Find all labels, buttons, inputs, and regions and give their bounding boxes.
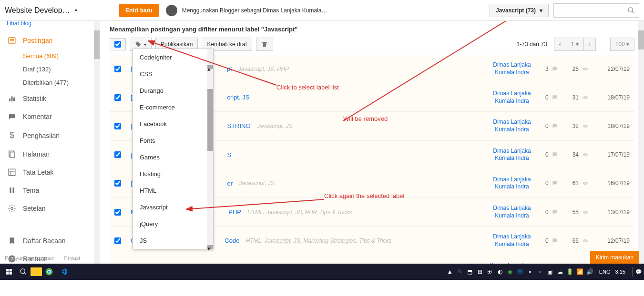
svg-rect-36 <box>6 269 9 271</box>
label-filter-dropdown[interactable]: Javascript (73) ▾ <box>490 4 549 17</box>
post-author[interactable]: Dimas LanjakaKumala Indra <box>486 90 538 105</box>
tray-icon[interactable]: ▲ <box>446 267 454 276</box>
sidebar-item-theme[interactable]: Tema <box>0 181 100 199</box>
post-checkbox[interactable] <box>114 123 121 129</box>
sidebar-item-posts[interactable]: Postingan <box>0 31 100 49</box>
pager-prev[interactable]: ‹ <box>554 38 566 51</box>
sidebar-item-pages[interactable]: Halaman <box>0 145 100 163</box>
label-dropdown-item[interactable]: Games <box>133 149 213 166</box>
pager-page[interactable]: 1 ▾ <box>566 38 584 51</box>
terms-link[interactable]: Persyaratan Layanan <box>5 255 55 261</box>
post-author[interactable]: Dimas LanjakaKumala Indra <box>482 262 535 264</box>
notifications-icon[interactable]: 💬 <box>635 269 642 275</box>
label-dropdown-item[interactable]: JS <box>133 232 213 249</box>
privacy-link[interactable]: Privasi <box>64 255 80 261</box>
label-dropdown-item[interactable]: Fonts <box>133 132 213 149</box>
post-views: 34 <box>572 151 589 158</box>
sidebar-scrollbar[interactable] <box>94 21 100 264</box>
sidebar-sub-all[interactable]: Semua (609) <box>0 49 100 63</box>
pager-perpage[interactable]: 100 ▾ <box>610 38 634 51</box>
label-dropdown-item[interactable]: Facebook <box>133 116 213 132</box>
post-author[interactable]: Dimas LanjakaKumala Indra <box>486 148 538 162</box>
sidebar-item-stats[interactable]: Statistik <box>0 89 100 108</box>
language-indicator[interactable]: ENG <box>599 269 611 275</box>
bluetooth-icon[interactable]: ⌖ <box>536 267 544 276</box>
comment-icon <box>552 66 558 72</box>
explorer-icon[interactable] <box>31 267 42 276</box>
post-author[interactable]: Dimas LanjakaKumala Indra <box>486 118 538 133</box>
tray-icon[interactable]: ◐ <box>496 267 504 276</box>
gear-icon <box>7 204 17 213</box>
vscode-icon[interactable] <box>56 265 71 279</box>
tray-icon[interactable]: ◉ <box>506 267 514 276</box>
post-row[interactable]: Cheed or not [JS] Javascript, JS, Tips &… <box>110 255 634 264</box>
post-author[interactable]: Dimas LanjakaKumala Indra <box>486 205 538 219</box>
svg-rect-39 <box>10 272 12 275</box>
post-views: 61 <box>572 180 589 187</box>
sidebar-item-settings[interactable]: Setelan <box>0 199 100 217</box>
post-checkbox[interactable] <box>114 209 121 216</box>
sidebar-sub-draft[interactable]: Draf (132) <box>0 63 100 76</box>
sidebar-sub-published[interactable]: Diterbitkan (477) <box>0 76 100 89</box>
system-tray[interactable]: ▲ ✎ ⬒ ⊞ ⛨ ◐ ◉ Ⓢ ▪ ⌖ ▣ ☁ 🔋 📶 🔊 <box>446 267 594 276</box>
tray-icon[interactable]: ▣ <box>546 267 554 276</box>
avatar[interactable] <box>166 5 177 16</box>
post-author[interactable]: Dimas LanjakaKumala Indra <box>486 176 538 191</box>
label-dropdown-item[interactable]: Hosting <box>133 166 213 182</box>
tray-icon[interactable]: ▪ <box>526 267 534 276</box>
post-author[interactable]: Dimas LanjakaKumala Indra <box>486 61 538 76</box>
post-author[interactable]: Dimas LanjakaKumala Indra <box>486 233 538 248</box>
label-dropdown-item[interactable]: CodeIgniter <box>133 49 213 66</box>
post-checkbox[interactable] <box>114 180 121 187</box>
search-input[interactable] <box>553 3 639 18</box>
tray-icon[interactable]: ⛨ <box>486 267 494 276</box>
search-taskbar-icon[interactable] <box>16 265 31 279</box>
post-views: 31 <box>572 94 589 101</box>
annotation-2: Will be removed <box>343 115 388 122</box>
post-title-rest: STRING <box>227 122 250 129</box>
label-dropdown-item[interactable]: jQuery <box>133 216 213 232</box>
start-button[interactable] <box>2 265 16 279</box>
sidebar-item-comments[interactable]: Komentar <box>0 108 100 126</box>
post-checkbox[interactable] <box>114 94 121 101</box>
main-scrollbar[interactable] <box>638 21 644 264</box>
sidebar-label: Statistik <box>23 95 46 102</box>
sidebar-item-reading[interactable]: Daftar Bacaan <box>0 232 100 250</box>
blog-title-text: Website Develop… <box>5 6 70 15</box>
sidebar-item-earnings[interactable]: $ Penghasilan <box>0 126 100 145</box>
label-dropdown-item[interactable]: Durango <box>133 82 213 99</box>
eye-icon <box>582 66 589 72</box>
blog-selector[interactable]: Website Develop… ▾ <box>5 6 91 15</box>
pager-next[interactable]: › <box>583 38 596 51</box>
select-all-checkbox[interactable] <box>110 38 126 50</box>
post-checkbox[interactable] <box>114 237 121 244</box>
chrome-icon[interactable] <box>42 265 56 279</box>
skype-icon[interactable]: Ⓢ <box>516 267 524 276</box>
post-views: 32 <box>572 123 589 129</box>
post-checkbox[interactable] <box>114 66 121 72</box>
post-comments: 0 <box>545 151 558 158</box>
tray-icon[interactable]: ⊞ <box>476 267 484 276</box>
sidebar-item-layout[interactable]: Tata Letak <box>0 163 100 181</box>
battery-icon[interactable]: 🔋 <box>566 267 574 276</box>
wifi-icon[interactable]: 📶 <box>576 267 584 276</box>
feedback-button[interactable]: Kirim masukan <box>590 251 639 264</box>
label-dropdown-item[interactable]: Javascript <box>133 199 213 216</box>
volume-icon[interactable]: 🔊 <box>586 267 594 276</box>
tray-icon[interactable]: ✎ <box>456 267 464 276</box>
comment-icon <box>552 209 558 216</box>
label-dropdown-item[interactable]: CSS <box>133 66 213 82</box>
label-dropdown-item[interactable]: HTML <box>133 182 213 199</box>
post-views: 26 <box>572 66 589 72</box>
onedrive-icon[interactable]: ☁ <box>556 267 564 276</box>
sidebar-label: Daftar Bacaan <box>23 237 66 245</box>
post-checkbox[interactable] <box>114 151 121 158</box>
clock[interactable]: 3:15 <box>615 269 625 275</box>
pager-range: 1-73 dari 73 <box>517 41 547 48</box>
new-entry-button[interactable]: Entri baru <box>119 4 159 17</box>
layout-icon <box>7 168 17 177</box>
label-dropdown-item[interactable]: E-commerce <box>133 99 213 116</box>
delete-button[interactable] <box>256 38 273 51</box>
tray-icon[interactable]: ⬒ <box>466 267 474 276</box>
dropdown-scrollbar[interactable]: ▴ ▾ <box>207 49 213 249</box>
